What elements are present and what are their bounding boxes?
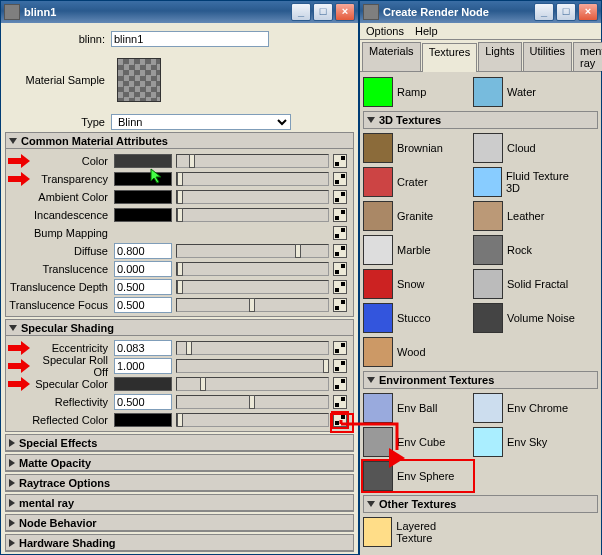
translucence-depth-input[interactable] [114,279,172,295]
texture-item-volume-noise[interactable]: Volume Noise [473,303,583,333]
texture-item-snow[interactable]: Snow [363,269,473,299]
color-slider[interactable] [176,154,329,168]
tab-mental-ray[interactable]: mental ray [573,42,602,71]
texture-item-brownian[interactable]: Brownian [363,133,473,163]
menu-help[interactable]: Help [415,25,438,37]
section-header[interactable]: Special Effects [6,435,353,451]
texture-item-layered-texture[interactable]: Layered Texture [363,517,473,547]
translucence-focus-input[interactable] [114,297,172,313]
reflectivity-input[interactable] [114,394,172,410]
texture-icon [473,201,503,231]
triangle-down-icon [367,377,375,383]
map-button[interactable] [333,208,347,222]
red-arrow-annotation [8,343,30,353]
menu-options[interactable]: Options [366,25,404,37]
map-button[interactable] [333,172,347,186]
texture-item-env-sphere[interactable]: Env Sphere [363,461,473,491]
ambient-swatch[interactable] [114,190,172,204]
texture-item-fluid-texture-3d[interactable]: Fluid Texture 3D [473,167,583,197]
texture-item-env-sky[interactable]: Env Sky [473,427,583,457]
texture-item-env-chrome[interactable]: Env Chrome [473,393,583,423]
incandescence-swatch[interactable] [114,208,172,222]
section-header[interactable]: Node Behavior [6,515,353,531]
minimize-button[interactable]: _ [291,3,311,21]
triangle-right-icon [9,459,15,467]
section-header[interactable]: Hardware Shading [6,535,353,551]
texture-item-wood[interactable]: Wood [363,337,473,367]
titlebar[interactable]: Create Render Node _ □ × [360,1,601,23]
ambient-slider[interactable] [176,190,329,204]
name-input[interactable] [111,31,269,47]
rolloff-slider[interactable] [176,359,329,373]
tab-utilities[interactable]: Utilities [523,42,572,71]
eccentricity-slider[interactable] [176,341,329,355]
texture-item-env-ball[interactable]: Env Ball [363,393,473,423]
diffuse-input[interactable] [114,243,172,259]
maximize-button[interactable]: □ [556,3,576,21]
section-header[interactable]: mental ray [6,495,353,511]
section-other-textures[interactable]: Other Textures [363,495,598,513]
map-button[interactable] [333,226,347,240]
reflected-color-map-button[interactable] [333,413,347,427]
map-button[interactable] [333,244,347,258]
reflected-color-slider[interactable] [176,413,329,427]
section-3d-textures[interactable]: 3D Textures [363,111,598,129]
map-button[interactable] [333,377,347,391]
translucence-label: Translucence [8,263,114,275]
texture-label: Ramp [397,86,426,98]
translucence-slider[interactable] [176,262,329,276]
reflected-color-swatch[interactable] [114,413,172,427]
incandescence-slider[interactable] [176,208,329,222]
tab-lights[interactable]: Lights [478,42,521,71]
section-env-textures[interactable]: Environment Textures [363,371,598,389]
section-header[interactable]: Common Material Attributes [6,133,353,149]
section-header[interactable]: Specular Shading [6,320,353,336]
rolloff-input[interactable] [114,358,172,374]
close-button[interactable]: × [335,3,355,21]
translucence-focus-slider[interactable] [176,298,329,312]
close-button[interactable]: × [578,3,598,21]
texture-item-stucco[interactable]: Stucco [363,303,473,333]
create-render-node-window: Create Render Node _ □ × Options Help Ma… [359,0,602,555]
specular-color-swatch[interactable] [114,377,172,391]
diffuse-slider[interactable] [176,244,329,258]
minimize-button[interactable]: _ [534,3,554,21]
map-button[interactable] [333,154,347,168]
section-header[interactable]: Raytrace Options [6,475,353,491]
eccentricity-input[interactable] [114,340,172,356]
map-button[interactable] [333,262,347,276]
transparency-slider[interactable] [176,172,329,186]
section-header[interactable]: Matte Opacity [6,455,353,471]
texture-label: Crater [397,176,428,188]
texture-item-ramp[interactable]: Ramp [363,77,473,107]
texture-item-granite[interactable]: Granite [363,201,473,231]
translucence-depth-slider[interactable] [176,280,329,294]
tab-textures[interactable]: Textures [422,43,478,72]
map-button[interactable] [333,359,347,373]
type-dropdown[interactable]: Blinn [111,114,291,130]
translucence-input[interactable] [114,261,172,277]
texture-item-rock[interactable]: Rock [473,235,583,265]
reflectivity-slider[interactable] [176,395,329,409]
map-button[interactable] [333,341,347,355]
texture-item-marble[interactable]: Marble [363,235,473,265]
texture-item-env-cube[interactable]: Env Cube [363,427,473,457]
titlebar[interactable]: blinn1 _ □ × [1,1,358,23]
texture-item-crater[interactable]: Crater [363,167,473,197]
transparency-swatch[interactable] [114,172,172,186]
texture-item-leather[interactable]: Leather [473,201,583,231]
material-sample-swatch[interactable] [117,58,161,102]
red-arrow-annotation [8,361,30,371]
map-button[interactable] [333,298,347,312]
texture-item-water[interactable]: Water [473,77,583,107]
tab-materials[interactable]: Materials [362,42,421,71]
map-button[interactable] [333,190,347,204]
texture-item-solid-fractal[interactable]: Solid Fractal [473,269,583,299]
color-swatch[interactable] [114,154,172,168]
texture-label: Stucco [397,312,431,324]
specular-color-slider[interactable] [176,377,329,391]
map-button[interactable] [333,280,347,294]
maximize-button[interactable]: □ [313,3,333,21]
texture-item-cloud[interactable]: Cloud [473,133,583,163]
map-button[interactable] [333,395,347,409]
